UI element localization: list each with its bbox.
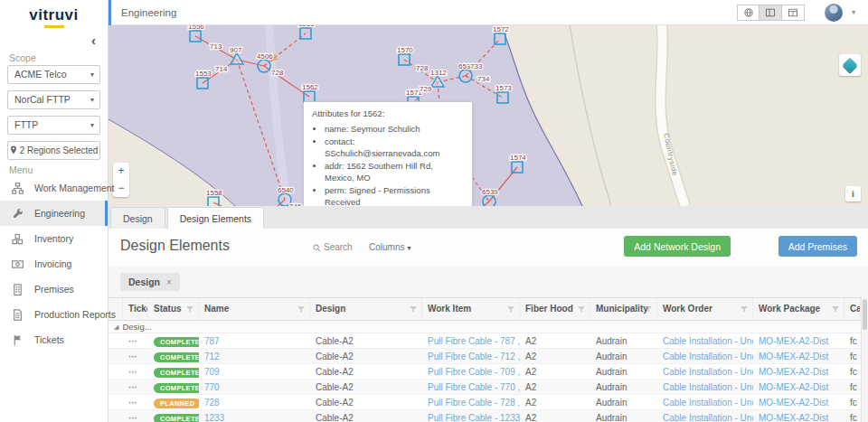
column-header-municipality[interactable]: Municipality [590,298,657,320]
status-badge: COMPLETED [154,368,199,378]
work-item-link[interactable]: Pull Fibre Cable - 1233 , Install o [422,410,520,422]
map-layers-button[interactable] [839,54,861,76]
column-header-name[interactable]: Name [199,298,310,320]
columns-dropdown[interactable]: Columns▾ [369,242,410,252]
row-actions-menu[interactable]: ⋯ [123,380,148,394]
filter-funnel-icon[interactable] [578,306,585,313]
tab-design-elements[interactable]: Design Elements [167,207,264,229]
filter-funnel-icon[interactable] [832,306,839,313]
sidebar-item-tickets[interactable]: Tickets [0,327,108,352]
vertical-scrollbar[interactable] [861,297,868,422]
column-header-ticket[interactable]: Ticket [123,298,148,320]
row-actions-menu[interactable]: ⋯ [123,364,148,379]
name-link[interactable]: 728 [199,395,310,409]
zoom-in-button[interactable]: + [113,163,129,180]
table-view-button[interactable] [782,5,805,21]
sidebar: vitruvi ‹ Scope ACME Telco ▾ NorCal FTTP… [0,0,108,422]
sidebar-collapse-icon[interactable]: ‹ [91,33,96,48]
sidebar-item-engineering[interactable]: Engineering [0,201,108,226]
tab-design[interactable]: Design [110,207,165,229]
scope-select-client[interactable]: ACME Telco ▾ [7,65,100,84]
work-order-link[interactable]: Cable Installation - Underground [657,349,753,363]
work-item-link[interactable]: Pull Fibre Cable - 787 , Install co [422,333,520,348]
table-row[interactable]: ⋯COMPLETED709Cable-A2Pull Fibre Cable - … [108,364,868,380]
column-header-work-item[interactable]: Work Item [422,298,520,320]
work-package-link[interactable]: MO-MEX-A2-Dist [753,333,844,348]
table-row[interactable]: ⋯PLANNED728Cable-A2Pull Fibre Cable - 72… [108,395,868,410]
column-header-design[interactable]: Design [310,298,422,320]
collapse-group-icon[interactable]: ◢ [114,324,118,331]
name-link[interactable]: 709 [199,364,310,379]
work-item-link[interactable]: Pull Fibre Cable - 712 , Install co [422,349,520,363]
sidebar-item-inventory[interactable]: Inventory [0,226,108,251]
add-premises-button[interactable]: Add Premises [778,236,857,257]
search-control[interactable]: Search [313,242,353,252]
row-actions-menu[interactable]: ⋯ [123,349,148,363]
name-link[interactable]: 787 [199,333,310,348]
row-actions-menu[interactable]: ⋯ [123,410,148,422]
scope-label: Scope [9,52,36,63]
work-package-link[interactable]: MO-MEX-A2-Dist [753,380,844,394]
work-package-link[interactable]: MO-MEX-A2-Dist [753,395,844,409]
filter-funnel-icon[interactable] [507,306,514,313]
name-link[interactable]: 770 [199,380,310,394]
filter-funnel-icon[interactable] [645,306,652,313]
zoom-out-button[interactable]: − [113,180,129,197]
work-order-link[interactable]: Cable Installation - Underground [657,410,753,422]
globe-view-button[interactable] [737,5,760,21]
table-row[interactable]: ⋯COMPLETED787Cable-A2Pull Fibre Cable - … [108,333,868,349]
work-order-link[interactable]: Cable Installation - Underground [657,395,753,409]
map-node-label: 1561 [298,25,315,28]
work-package-link[interactable]: MO-MEX-A2-Dist [753,364,844,379]
table-row[interactable]: ⋯COMPLETED712Cable-A2Pull Fibre Cable - … [108,349,868,364]
sidebar-item-premises[interactable]: Premises [0,277,108,302]
name-link[interactable]: 1233 [199,410,310,422]
column-header-label: Municipality [596,304,648,314]
filter-funnel-icon[interactable] [410,306,417,313]
map-node-label: 1553 [195,70,212,78]
sidebar-item-invoicing[interactable]: Invoicing [0,251,108,277]
sidebar-item-work-management[interactable]: Work Management [0,175,108,201]
work-item-link[interactable]: Pull Fibre Cable - 770 , Install co [422,380,520,394]
name-link[interactable]: 712 [199,349,310,363]
scope-select-project[interactable]: FTTP ▾ [7,116,100,135]
table-row[interactable]: ⋯COMPLETED1233Cable-A2Pull Fibre Cable -… [108,410,868,422]
close-icon[interactable]: × [166,277,172,287]
column-header-ca[interactable]: Ca [844,298,861,320]
tooltip-attribute: name: Seymour Schulich [325,123,464,136]
column-header-status[interactable]: Status [148,298,199,320]
filter-chip-design[interactable]: Design× [120,273,180,291]
map-canvas[interactable]: Countryside 1556155315611562157015711572… [108,25,868,206]
work-order-link[interactable]: Cable Installation - Underground [657,364,753,379]
scrollbar-thumb[interactable] [863,299,867,330]
split-view-button[interactable] [760,5,782,21]
work-item-link[interactable]: Pull Fibre Cable - 728 , Install co [422,395,520,409]
column-header-fiber-hood[interactable]: Fiber Hood [520,298,590,320]
chevron-down-icon[interactable]: ▾ [852,8,855,16]
search-label: Search [324,242,353,252]
work-package-link[interactable]: MO-MEX-A2-Dist [753,410,844,422]
row-actions-menu[interactable]: ⋯ [123,333,148,348]
filter-funnel-icon[interactable] [186,306,193,313]
municipality-cell: Audrain [590,333,657,348]
work-package-link[interactable]: MO-MEX-A2-Dist [753,349,844,363]
row-actions-menu[interactable]: ⋯ [123,395,148,409]
work-order-link[interactable]: Cable Installation - Underground [657,333,753,348]
scope-select-program[interactable]: NorCal FTTP ▾ [7,90,100,109]
sidebar-item-production-reports[interactable]: Production Reports [0,302,108,327]
filter-funnel-icon[interactable] [741,306,748,313]
user-avatar[interactable] [825,4,843,22]
table-row[interactable]: ⋯COMPLETED770Cable-A2Pull Fibre Cable - … [108,380,868,395]
add-network-design-button[interactable]: Add Network Design [624,236,731,257]
work-order-link[interactable]: Cable Installation - Underground [657,380,753,394]
column-header-work-order[interactable]: Work Order [657,298,753,320]
map-edge-label: 714 [215,65,228,73]
map-node-label: 1573 [495,84,512,92]
column-header-work-package[interactable]: Work Package [753,298,844,320]
table-group-row[interactable]: ◢ Desig... [108,321,868,333]
work-item-link[interactable]: Pull Fibre Cable - 709 , Install co [422,364,520,379]
map-info-button[interactable]: i [845,186,861,202]
logo: vitruvi [0,0,108,28]
regions-selected-button[interactable]: 2 Regions Selected [7,141,100,160]
filter-funnel-icon[interactable] [297,306,305,313]
